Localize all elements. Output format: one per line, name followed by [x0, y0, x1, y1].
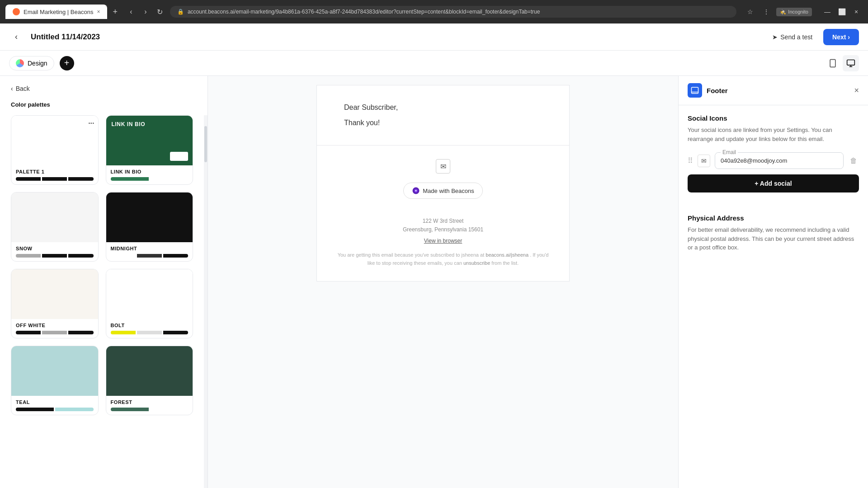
reload-button[interactable]: ↻ [154, 5, 166, 18]
add-block-button[interactable]: + [60, 56, 74, 70]
made-with-beacons-button[interactable]: Made with Beacons [403, 183, 482, 199]
new-tab-button[interactable]: + [111, 5, 119, 19]
footer-section-label: Footer [688, 83, 728, 98]
view-in-browser-link[interactable]: View in browser [335, 238, 551, 244]
footer-block-icon [688, 83, 702, 98]
scroll-thumb [204, 126, 207, 162]
email-greeting: Dear Subscriber, [344, 103, 542, 112]
palette-card-off-white[interactable]: OFF WHITE [11, 269, 99, 338]
made-with-label: Made with Beacons [423, 188, 474, 194]
email-body: Dear Subscriber, Thank you! [317, 85, 569, 145]
palette-card-link-in-bio[interactable]: LINK IN BIOLINK IN BIO [106, 115, 193, 185]
palettes-scroll-area[interactable]: ···PALETTE 1LINK IN BIOLINK IN BIOSNOWMI… [0, 115, 204, 488]
palette-colors-strip [111, 408, 189, 411]
tab-close-button[interactable]: × [97, 9, 100, 15]
delete-social-button[interactable]: 🗑 [848, 155, 859, 167]
footer-icon-svg [691, 86, 699, 94]
scroll-track[interactable] [204, 115, 208, 488]
address-line2: Greensburg, Pennsylvania 15601 [403, 226, 483, 233]
email-preview: Dear Subscriber, Thank you! ✉ [316, 85, 570, 282]
send-icon: ➤ [772, 33, 778, 41]
close-window-button[interactable]: × [850, 5, 863, 18]
back-browser-button[interactable]: ‹ [125, 5, 137, 18]
svg-point-7 [415, 190, 417, 192]
right-panel-content: Social Icons Your social icons are linke… [679, 105, 868, 488]
app-header: ‹ Untitled 11/14/2023 ➤ Send a test Next… [0, 23, 868, 51]
incognito-badge: 🕵 Incognito [776, 8, 812, 16]
social-icons-heading: Social Icons [688, 114, 859, 122]
view-toggle-group [825, 55, 859, 71]
panel-back-arrow: ‹ [11, 85, 13, 92]
browser-chrome: Email Marketing | Beacons × + ‹ › ↻ 🔒 ac… [0, 0, 868, 23]
palette-card-bolt[interactable]: BOLT [106, 269, 193, 338]
palette-card-palette1[interactable]: ···PALETTE 1 [11, 115, 99, 185]
email-input-wrapper: Email [715, 152, 844, 169]
incognito-label: Incognito [788, 9, 808, 14]
address-bar[interactable]: 🔒 account.beacons.ai/email-marketing/9a4… [170, 6, 736, 18]
palette-name-label: LINK IN BIO [111, 169, 189, 174]
browser-actions: ☆ ⋮ 🕵 Incognito [744, 5, 812, 18]
app-back-button[interactable]: ‹ [9, 30, 24, 44]
palette-name-label: OFF WHITE [16, 323, 94, 328]
physical-address-heading: Physical Address [688, 214, 859, 222]
send-test-button[interactable]: ➤ Send a test [767, 30, 818, 44]
social-icons-section: Social Icons Your social icons are linke… [688, 114, 859, 203]
right-panel-header: Footer × [679, 76, 868, 105]
send-test-label: Send a test [780, 33, 812, 41]
unsubscribe-link[interactable]: unsubscribe [463, 260, 490, 266]
palette-indicator [170, 152, 188, 161]
add-social-button[interactable]: + Add social [688, 174, 859, 192]
palette-card-teal[interactable]: TEAL [11, 346, 99, 415]
palette-name-label: PALETTE 1 [16, 169, 94, 174]
close-panel-button[interactable]: × [854, 86, 859, 95]
desktop-view-button[interactable] [843, 55, 859, 71]
email-body-text: Thank you! [344, 119, 542, 127]
unsub-link[interactable]: beacons.ai/jsheena [486, 252, 528, 258]
design-label: Design [28, 60, 47, 67]
palette-name-label: FOREST [111, 399, 189, 405]
bookmark-button[interactable]: ☆ [744, 5, 756, 18]
app-container: ‹ Untitled 11/14/2023 ➤ Send a test Next… [0, 23, 868, 488]
palette-menu-icon[interactable]: ··· [88, 119, 94, 127]
url-text: account.beacons.ai/email-marketing/9a4b8… [188, 9, 540, 15]
maximize-button[interactable]: ⬜ [835, 5, 848, 18]
physical-address-section: Physical Address For better email delive… [688, 214, 859, 252]
design-button[interactable]: Design [9, 56, 54, 70]
desktop-icon [846, 59, 855, 68]
mobile-view-button[interactable] [825, 55, 841, 71]
beacons-icon [412, 187, 420, 195]
panel-back-label: Back [16, 85, 30, 92]
drag-handle-icon[interactable]: ⠿ [688, 156, 693, 165]
social-icons-row: ✉ [335, 159, 551, 174]
palette-label-text: LINK IN BIO [112, 121, 146, 127]
lock-icon: 🔒 [177, 9, 184, 15]
mobile-icon [828, 59, 837, 68]
panel-header: ‹ Back [0, 76, 208, 99]
incognito-icon: 🕵 [780, 9, 786, 15]
palette-card-forest[interactable]: FOREST [106, 346, 193, 415]
palette-name-label: BOLT [111, 323, 189, 328]
forward-browser-button[interactable]: › [139, 5, 152, 18]
browser-menu-button[interactable]: ⋮ [760, 5, 773, 18]
email-preview-area[interactable]: Dear Subscriber, Thank you! ✉ [208, 76, 678, 488]
palette-colors-strip [16, 408, 94, 411]
browser-nav-controls: ‹ › ↻ [125, 5, 166, 18]
unsub-end: from the list. [491, 260, 519, 266]
footer-unsubscribe-text: You are getting this email because you'v… [335, 251, 551, 267]
address-line1: 122 W 3rd Street [423, 218, 464, 224]
next-button[interactable]: Next › [823, 29, 859, 45]
minimize-button[interactable]: — [821, 5, 834, 18]
panel-back-button[interactable]: ‹ Back [11, 85, 30, 92]
palette-name-label: SNOW [16, 246, 94, 251]
main-content: ‹ Back Color palettes ···PALETTE 1LINK I… [0, 76, 868, 488]
palette-card-midnight[interactable]: MIDNIGHT [106, 192, 193, 262]
physical-address-description: For better email deliverability, we reco… [688, 225, 859, 252]
palettes-section-title: Color palettes [0, 99, 208, 115]
palette-colors-strip [111, 254, 189, 258]
palette-card-snow[interactable]: SNOW [11, 192, 99, 262]
palette-colors-strip [16, 254, 94, 258]
browser-tab[interactable]: Email Marketing | Beacons × [5, 5, 107, 19]
palette-colors-strip [111, 331, 189, 334]
email-social-icon: ✉ [436, 159, 450, 174]
palettes-grid: ···PALETTE 1LINK IN BIOLINK IN BIOSNOWMI… [11, 115, 193, 415]
